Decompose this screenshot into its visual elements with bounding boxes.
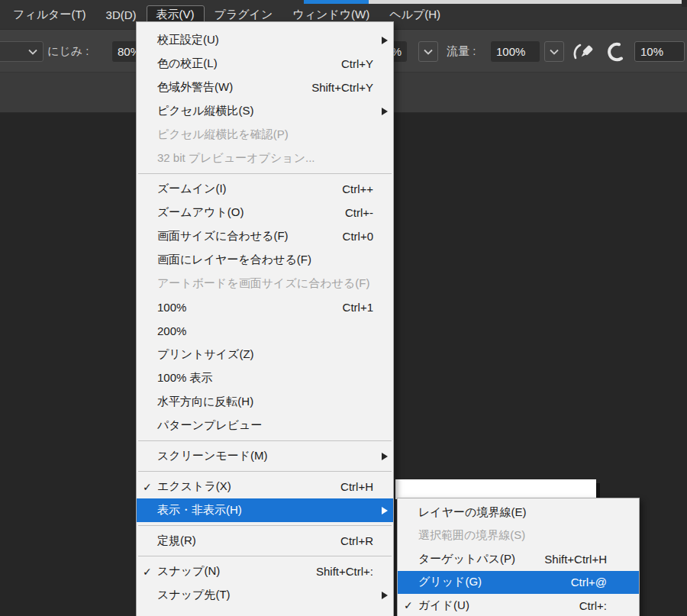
menu-separator [138, 173, 392, 174]
menu-item-label: 水平方向に反転(H) [157, 395, 253, 409]
airbrush-button[interactable] [569, 41, 598, 62]
menu-item-label: スナップ(N) [157, 564, 220, 579]
menubar-item-label: 表示(V) [156, 8, 195, 21]
menu-item-label: ピクセル縦横比(S) [157, 104, 253, 118]
menu-item-label: 32 bit プレビューオプション... [157, 151, 315, 166]
menu-item-pixel-aspect-correction[interactable]: ピクセル縦横比を確認(P) [137, 123, 393, 147]
menu-item-shortcut: Ctrl+- [331, 206, 373, 219]
smoothing-icon[interactable] [605, 41, 629, 62]
menubar-item-label: ヘルプ(H) [389, 8, 440, 21]
menu-item-shortcut: Shift+Ctrl+: [302, 565, 373, 578]
menu-item-label: プリントサイズ(Z) [157, 347, 254, 362]
menu-item-flip-horizontal[interactable]: 水平方向に反転(H) [137, 390, 393, 414]
menu-item-label: 画面サイズに合わせる(F) [157, 229, 289, 243]
flow-label: 流量 : [447, 41, 476, 62]
menu-item-selection-edges[interactable]: 選択範囲の境界線(S) [398, 524, 639, 548]
submenu-arrow-icon [382, 37, 388, 44]
chevron-down-icon [424, 49, 433, 55]
chevron-down-icon [550, 49, 559, 55]
menu-item-extras[interactable]: ✓ エクストラ(X) Ctrl+H [137, 475, 393, 498]
tab-strip-fragment [369, 0, 682, 4]
menubar-item-label: プラグイン [214, 8, 273, 21]
menu-item-layer-edges[interactable]: レイヤーの境界線(E) [398, 501, 639, 524]
menu-item-gamut-warning[interactable]: 色域外警告(W) Shift+Ctrl+Y [137, 76, 393, 99]
menu-item-shortcut: Ctrl+1 [329, 301, 373, 314]
menu-item-print-size[interactable]: プリントサイズ(Z) [137, 343, 393, 366]
menu-item-actual-size[interactable]: 100% 表示 [137, 366, 393, 390]
show-hide-submenu-panel: レイヤーの境界線(E) 選択範囲の境界線(S) ターゲットパス(P) Shift… [397, 498, 640, 616]
menubar-item-filter[interactable]: フィルター(T) [3, 5, 96, 24]
menu-item-screen-mode[interactable]: スクリーンモード(M) [137, 444, 393, 468]
menu-separator [138, 471, 392, 472]
menu-item-zoom-in[interactable]: ズームイン(I) Ctrl++ [137, 177, 393, 201]
menu-item-label: 選択範囲の境界線(S) [418, 528, 525, 543]
menu-item-label: スナップ先(T) [157, 588, 231, 602]
menu-item-shortcut: Ctrl+@ [557, 576, 607, 589]
flow-dropdown-button[interactable] [544, 41, 564, 62]
menu-item-shortcut: Shift+Ctrl+Y [298, 81, 373, 94]
menu-item-label: ズームアウト(O) [157, 205, 244, 220]
tab-strip-end-fragment [682, 0, 687, 7]
menu-item-shortcut: Ctrl++ [328, 182, 373, 195]
submenu-arrow-icon [382, 453, 388, 460]
document-canvas[interactable] [395, 479, 596, 499]
menu-item-label: 色の校正(L) [157, 56, 218, 71]
menu-item-shortcut: Ctrl+H [327, 480, 373, 493]
airbrush-icon [572, 42, 595, 62]
view-menu-panel: 校正設定(U) 色の校正(L) Ctrl+Y 色域外警告(W) Shift+Ct… [136, 21, 394, 616]
menu-item-fit-on-screen[interactable]: 画面サイズに合わせる(F) Ctrl+0 [137, 224, 393, 248]
submenu-arrow-icon [382, 507, 388, 514]
menu-item-shortcut: Ctrl+: [566, 599, 607, 612]
menu-item-label: パターンプレビュー [157, 418, 262, 433]
menu-item-label: レイヤーの境界線(E) [418, 505, 526, 520]
menu-item-fit-artboard-on-screen[interactable]: アートボードを画面サイズに合わせる(F) [137, 272, 393, 295]
menu-item-label: 定規(R) [157, 534, 196, 548]
menu-item-proof-setup[interactable]: 校正設定(U) [137, 28, 393, 52]
menu-item-label: 校正設定(U) [157, 33, 219, 47]
menu-item-32bit-preview-options[interactable]: 32 bit プレビューオプション... [137, 147, 393, 170]
blur-label: にじみ : [47, 41, 89, 62]
menu-item-label: ガイド(U) [418, 598, 469, 613]
menu-item-label: ターゲットパス(P) [418, 552, 515, 566]
menu-item-shortcut: Ctrl+0 [329, 230, 373, 243]
menu-separator [138, 556, 392, 556]
menubar-item-label: フィルター(T) [13, 8, 86, 21]
menu-item-guides[interactable]: ✓ ガイド(U) Ctrl+: [398, 594, 639, 616]
submenu-arrow-icon [382, 108, 388, 115]
chevron-down-icon [28, 49, 37, 55]
menu-item-pixel-aspect-ratio[interactable]: ピクセル縦横比(S) [137, 99, 393, 123]
menu-item-rulers[interactable]: 定規(R) Ctrl+R [137, 529, 393, 553]
menu-item-label: 100% 表示 [157, 371, 213, 385]
menu-item-label: 100% [157, 301, 186, 314]
smoothing-value-field[interactable]: 10% [634, 41, 685, 62]
menu-item-shortcut: Ctrl+R [327, 534, 373, 547]
menu-item-zoom-100[interactable]: 100% Ctrl+1 [137, 295, 393, 319]
menubar-item-label: ウィンドウ(W) [292, 8, 369, 21]
menu-item-target-path[interactable]: ターゲットパス(P) Shift+Ctrl+H [398, 547, 639, 571]
submenu-arrow-icon [382, 592, 388, 599]
menu-item-label: 表示・非表示(H) [157, 503, 242, 518]
menu-item-label: 画面にレイヤーを合わせる(F) [157, 253, 311, 267]
menu-item-fit-layers-on-screen[interactable]: 画面にレイヤーを合わせる(F) [137, 248, 393, 272]
flow-value-field[interactable]: 100% [491, 41, 540, 62]
menu-item-grid[interactable]: グリッド(G) Ctrl+@ [398, 571, 639, 595]
menu-item-label: スクリーンモード(M) [157, 449, 268, 463]
menu-item-label: エクストラ(X) [157, 479, 231, 494]
menu-item-label: アートボードを画面サイズに合わせる(F) [157, 276, 369, 291]
menu-item-pattern-preview[interactable]: パターンプレビュー [137, 414, 393, 437]
menu-item-zoom-200[interactable]: 200% [137, 319, 393, 343]
menu-item-zoom-out[interactable]: ズームアウト(O) Ctrl+- [137, 201, 393, 224]
menu-item-show-hide[interactable]: 表示・非表示(H) [137, 498, 393, 522]
menu-item-label: ピクセル縦横比を確認(P) [157, 127, 289, 142]
opacity-dropdown-button[interactable] [418, 41, 438, 62]
menubar-item-label: 3D(D) [106, 8, 137, 21]
menu-item-label: グリッド(G) [418, 575, 482, 589]
menu-item-snap[interactable]: ✓ スナップ(N) Shift+Ctrl+: [137, 560, 393, 583]
menu-item-shortcut: Ctrl+Y [327, 57, 373, 70]
menu-separator [138, 440, 392, 441]
menu-item-proof-colors[interactable]: 色の校正(L) Ctrl+Y [137, 52, 393, 76]
menu-item-snap-to[interactable]: スナップ先(T) [137, 583, 393, 607]
menu-item-label: 200% [157, 324, 186, 337]
menu-separator [138, 525, 392, 526]
brush-preset-dropdown[interactable] [0, 41, 44, 62]
